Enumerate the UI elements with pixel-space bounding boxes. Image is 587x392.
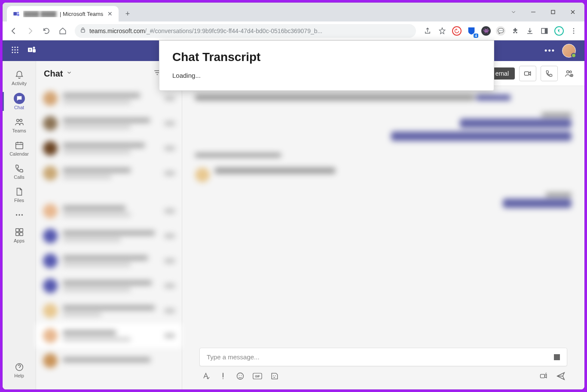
format-icon[interactable] xyxy=(201,371,211,381)
sticker-icon[interactable] xyxy=(270,371,279,381)
message-placeholder: Type a message... xyxy=(207,353,554,361)
chat-transcript-extension-icon[interactable]: 💬 xyxy=(494,24,507,37)
svg-point-28 xyxy=(21,214,22,215)
address-bar[interactable]: teams.microsoft.com/_#/conversations/19:… xyxy=(75,24,416,38)
svg-point-9 xyxy=(573,32,575,34)
svg-point-18 xyxy=(17,52,18,53)
teams-logo-icon[interactable]: T xyxy=(27,45,37,57)
audio-call-button[interactable] xyxy=(541,66,558,81)
bell-icon xyxy=(14,70,24,80)
rail-help[interactable]: Help xyxy=(3,358,36,382)
svg-point-14 xyxy=(14,49,15,50)
discord-extension-icon[interactable]: 👾 xyxy=(480,24,492,37)
extensions-puzzle-icon[interactable] xyxy=(509,24,522,37)
svg-point-11 xyxy=(14,46,15,48)
svg-rect-2 xyxy=(17,14,19,16)
rail-more[interactable] xyxy=(3,206,36,224)
gif-icon[interactable]: GIF xyxy=(253,371,262,381)
teams-favicon xyxy=(13,10,20,17)
app-launcher-icon[interactable] xyxy=(11,46,19,55)
chat-list-title: Chat xyxy=(44,69,63,79)
people-icon xyxy=(14,117,24,127)
svg-point-26 xyxy=(15,214,17,215)
svg-rect-25 xyxy=(15,143,23,149)
stop-icon xyxy=(554,354,560,360)
browser-menu-icon[interactable] xyxy=(567,24,580,37)
svg-point-36 xyxy=(569,71,572,73)
phone-icon xyxy=(14,163,24,174)
svg-point-43 xyxy=(273,375,274,376)
svg-rect-45 xyxy=(541,374,545,378)
svg-point-8 xyxy=(573,30,575,31)
video-call-button[interactable] xyxy=(519,66,536,81)
share-icon[interactable] xyxy=(421,24,434,37)
popup-status: Loading... xyxy=(172,72,481,79)
browser-toolbar: teams.microsoft.com/_#/conversations/19:… xyxy=(3,21,584,40)
rail-chat[interactable]: Chat xyxy=(3,89,36,113)
svg-point-1 xyxy=(17,12,19,13)
messages-blurred xyxy=(182,86,584,343)
window-minimize-icon[interactable] xyxy=(523,5,543,19)
downloads-icon[interactable] xyxy=(523,24,536,37)
svg-rect-22 xyxy=(33,49,36,52)
tab-title: ████ ████ | Microsoft Teams xyxy=(23,11,103,17)
home-button[interactable] xyxy=(56,24,70,38)
svg-rect-32 xyxy=(19,233,22,236)
add-people-button[interactable] xyxy=(562,67,576,80)
svg-point-10 xyxy=(12,46,13,48)
svg-point-16 xyxy=(12,52,13,53)
back-button[interactable] xyxy=(7,24,21,38)
message-input[interactable]: Type a message... xyxy=(199,348,567,366)
priority-icon[interactable] xyxy=(218,371,228,381)
chat-list-panel: Chat xyxy=(36,61,182,389)
lock-icon xyxy=(80,27,86,35)
svg-point-38 xyxy=(237,373,244,380)
tab-close-icon[interactable]: ✕ xyxy=(107,10,113,17)
ublock-extension-icon[interactable] xyxy=(450,24,463,37)
svg-text:GIF: GIF xyxy=(255,375,260,378)
svg-point-7 xyxy=(573,28,575,29)
send-button[interactable] xyxy=(556,371,566,381)
popup-title: Chat Transcript xyxy=(172,50,481,64)
svg-point-39 xyxy=(239,375,240,376)
stream-icon[interactable] xyxy=(539,371,548,381)
svg-point-23 xyxy=(16,119,19,122)
window-dropdown-icon[interactable] xyxy=(504,5,523,19)
forward-button[interactable] xyxy=(23,24,37,38)
url-text: teams.microsoft.com/_#/conversations/19:… xyxy=(89,28,322,34)
bookmark-star-icon[interactable] xyxy=(436,24,449,37)
sidepanel-icon[interactable] xyxy=(538,24,551,37)
bitwarden-extension-icon[interactable]: 4 xyxy=(465,24,478,37)
conversation-panel: ernal Type a message... xyxy=(182,61,584,389)
chevron-down-icon[interactable] xyxy=(66,70,72,77)
app-rail: Activity Chat Teams Calendar Calls xyxy=(3,61,36,389)
window-maximize-icon[interactable] xyxy=(543,5,563,19)
chat-icon xyxy=(14,93,25,104)
user-avatar[interactable] xyxy=(562,44,576,58)
svg-point-27 xyxy=(18,214,20,215)
svg-point-15 xyxy=(17,49,18,50)
chat-items-blurred xyxy=(36,86,182,389)
svg-point-44 xyxy=(275,375,276,376)
new-tab-button[interactable]: + xyxy=(121,7,134,20)
rail-calls[interactable]: Calls xyxy=(3,160,36,183)
svg-rect-31 xyxy=(15,233,18,236)
rail-files[interactable]: Files xyxy=(3,183,36,206)
rail-calendar[interactable]: Calendar xyxy=(3,137,36,160)
window-close-icon[interactable] xyxy=(563,5,583,19)
svg-point-12 xyxy=(17,46,18,48)
svg-rect-34 xyxy=(525,71,529,75)
browser-tab[interactable]: ████ ████ | Microsoft Teams ✕ xyxy=(7,6,119,21)
header-more-icon[interactable]: ••• xyxy=(544,46,555,55)
rail-apps[interactable]: Apps xyxy=(3,224,36,247)
reload-button[interactable] xyxy=(40,24,53,38)
apps-icon xyxy=(14,227,24,237)
extension-badge: 4 xyxy=(474,34,478,38)
emoji-icon[interactable] xyxy=(235,371,245,381)
rail-activity[interactable]: Activity xyxy=(3,66,36,89)
svg-point-13 xyxy=(12,49,13,50)
browser-titlebar: ████ ████ | Microsoft Teams ✕ + xyxy=(3,3,584,21)
calendar-icon xyxy=(14,140,24,150)
surfshark-extension-icon[interactable] xyxy=(553,24,566,37)
rail-teams[interactable]: Teams xyxy=(3,113,36,137)
